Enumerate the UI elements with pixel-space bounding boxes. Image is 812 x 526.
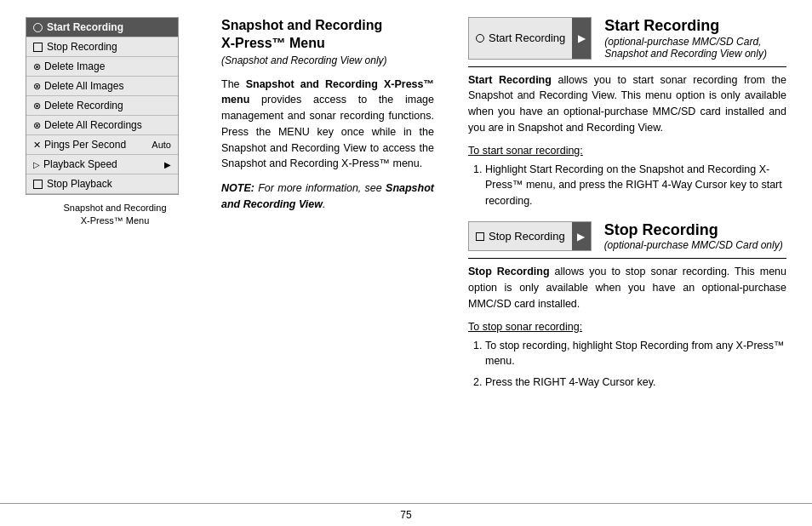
stop-recording-steps: To stop recording, highlight Stop Record…	[468, 338, 786, 391]
stop-rec-square-icon	[476, 232, 484, 241]
menu-label-stop-recording: Stop Recording	[47, 41, 117, 53]
middle-title-line1: Snapshot and Recording	[221, 18, 382, 32]
stop-play-icon	[33, 180, 43, 189]
right-panel: Start Recording ▶ Start Recording (optio…	[460, 17, 786, 495]
circle-icon	[33, 23, 43, 32]
middle-title: Snapshot and Recording X-Press™ Menu	[221, 17, 434, 53]
stop-recording-section: Stop Recording ▶ Stop Recording (optiona…	[468, 221, 786, 391]
menu-label-delete-all-images: Delete All Images	[44, 80, 123, 92]
start-recording-steps: Highlight Start Recording on the Snapsho…	[468, 162, 786, 209]
menu-label-playback-speed: Playback Speed	[43, 158, 117, 170]
menu-label-pings-per-second: Pings Per Second	[44, 139, 126, 151]
footer: 75	[0, 503, 812, 526]
menu-item-delete-all-images[interactable]: ⊗ Delete All Images	[26, 77, 178, 96]
delete-all-rec-icon: ⊗	[33, 120, 41, 131]
stop-recording-title-block: Stop Recording (optional-purchase MMC/SD…	[592, 221, 786, 252]
menu-item-delete-image[interactable]: ⊗ Delete Image	[26, 57, 178, 77]
menu-item-delete-recording[interactable]: ⊗ Delete Recording	[26, 96, 178, 116]
middle-title-line2: X-Press™ Menu	[221, 36, 325, 50]
play-icon: ▷	[33, 160, 40, 169]
start-rec-btn-arrow: ▶	[572, 18, 591, 59]
menu-label-start-recording: Start Recording	[47, 21, 123, 33]
menu-label-delete-recording: Delete Recording	[44, 100, 123, 111]
menu-item-delete-all-recordings[interactable]: ⊗ Delete All Recordings	[26, 116, 178, 135]
start-recording-btn-text: Start Recording	[469, 18, 572, 59]
page-number: 75	[400, 509, 411, 521]
pings-value: Auto	[152, 140, 171, 150]
middle-panel: Snapshot and Recording X-Press™ Menu (Sn…	[221, 17, 443, 495]
menu-caption: Snapshot and Recording X-Press™ Menu	[26, 202, 204, 228]
middle-subtitle: (Snapshot and Recording View only)	[221, 54, 434, 66]
middle-body: The Snapshot and Recording X-Press™ menu…	[221, 77, 434, 173]
camera-icon: ⊗	[33, 61, 41, 72]
stop-recording-step-1: To stop recording, highlight Stop Record…	[485, 338, 786, 370]
menu-caption-text: Snapshot and Recording X-Press™ Menu	[63, 203, 166, 226]
start-recording-title-block: Start Recording (optional-purchase MMC/S…	[592, 17, 786, 60]
menu-item-stop-recording[interactable]: Stop Recording	[26, 37, 178, 57]
menu-box: Start Recording Stop Recording ⊗ Delete …	[26, 17, 179, 195]
stop-rec-btn-arrow: ▶	[572, 222, 591, 251]
stop-rec-btn-label: Stop Recording	[489, 230, 565, 243]
square-icon	[33, 43, 43, 52]
stop-recording-title: Stop Recording	[604, 221, 786, 240]
start-recording-header: Start Recording ▶ Start Recording (optio…	[468, 17, 786, 67]
left-panel: Start Recording Stop Recording ⊗ Delete …	[26, 17, 204, 495]
menu-item-pings-per-second[interactable]: ✕ Pings Per Second Auto	[26, 135, 178, 155]
stop-recording-optional: (optional-purchase MMC/SD Card only)	[604, 239, 783, 251]
start-recording-step-1: Highlight Start Recording on the Snapsho…	[485, 162, 786, 209]
stop-recording-btn-text: Stop Recording	[469, 222, 572, 251]
start-recording-optional: (optional-purchase MMC/SD Card, Snapshot…	[604, 36, 767, 60]
start-recording-opt-text: (optional-purchase MMC/SD Card, Snapshot…	[604, 36, 786, 60]
stop-recording-steps-label: To stop sonar recording:	[468, 321, 786, 333]
start-rec-circle-icon	[476, 34, 484, 43]
stop-recording-button[interactable]: Stop Recording ▶	[468, 221, 592, 252]
camera-all-icon: ⊗	[33, 81, 41, 92]
menu-item-start-recording[interactable]: Start Recording	[26, 18, 178, 37]
stop-recording-body: Stop Recording allows you to stop sonar …	[468, 264, 786, 312]
start-rec-btn-label: Start Recording	[489, 31, 565, 44]
menu-label-stop-playback: Stop Playback	[47, 178, 112, 190]
pings-icon: ✕	[33, 140, 41, 151]
menu-label-delete-image: Delete Image	[44, 60, 105, 72]
start-recording-body: Start Recording allows you to start sona…	[468, 72, 786, 136]
menu-label-delete-all-recordings: Delete All Recordings	[44, 119, 142, 131]
delete-rec-icon: ⊗	[33, 100, 41, 111]
start-recording-section: Start Recording ▶ Start Recording (optio…	[468, 17, 786, 209]
page: Start Recording Stop Recording ⊗ Delete …	[0, 0, 812, 526]
start-recording-button[interactable]: Start Recording ▶	[468, 17, 592, 60]
menu-item-playback-speed[interactable]: ▷ Playback Speed ▶	[26, 155, 178, 174]
start-recording-title: Start Recording	[604, 17, 786, 36]
stop-recording-header: Stop Recording ▶ Stop Recording (optiona…	[468, 221, 786, 260]
stop-recording-opt-text: (optional-purchase MMC/SD Card only)	[604, 239, 786, 251]
playback-arrow: ▶	[164, 160, 171, 169]
main-content: Start Recording Stop Recording ⊗ Delete …	[0, 0, 812, 503]
start-recording-steps-label: To start sonar recording:	[468, 145, 786, 157]
menu-item-stop-playback[interactable]: Stop Playback	[26, 174, 178, 194]
middle-note: NOTE: For more information, see Snapshot…	[221, 180, 434, 213]
stop-recording-step-2: Press the RIGHT 4-Way Cursor key.	[485, 374, 786, 391]
